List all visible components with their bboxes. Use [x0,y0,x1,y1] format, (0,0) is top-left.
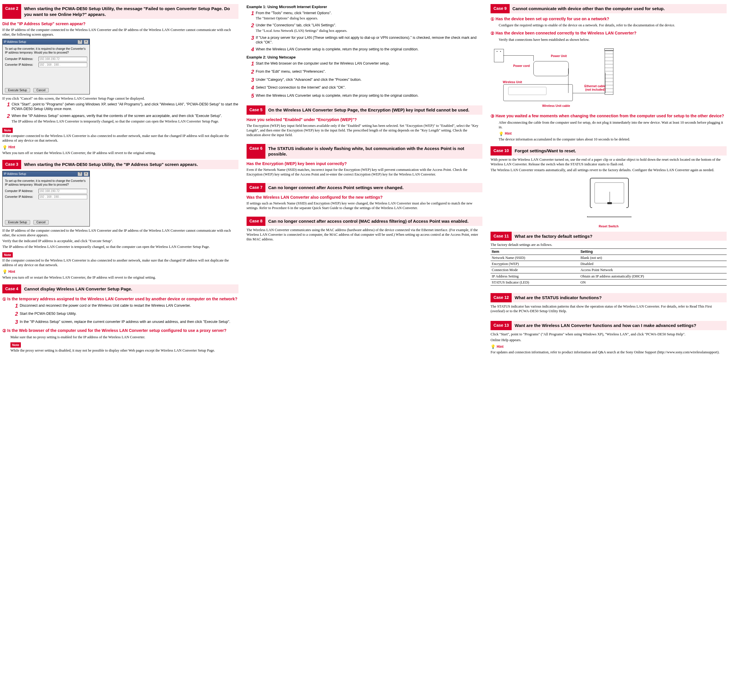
case-6-title: The STATUS indicator is slowly flashing … [266,144,483,159]
wire [503,55,533,56]
case-7-header: Case 7 Can no longer connect after Acces… [247,183,483,192]
case-4-q1-text: Is the temporary address assigned to the… [7,296,238,302]
label-wireless-cable: Wireless Unit cable [542,104,570,108]
case-5-header: Case 5 On the Wireless LAN Converter Set… [247,105,483,115]
case-9-q2: ② Has the device been connected correctl… [490,31,727,36]
hint-label-text: Hint [9,145,15,150]
case-7-q: Was the Wireless LAN Converter also conf… [247,195,483,200]
case-6-p: Even if the Network Name (SSID) matches,… [247,167,483,177]
ex1-s4: When the Wireless LAN Converter setup is… [256,47,419,53]
step-number-icon: 4 [247,85,256,91]
dialog2-row1-value: 192.168.190.72 [38,189,87,193]
note-label: Note [10,342,21,347]
case-13-p1: Click "Start", point to "Programs" ("All… [490,332,727,337]
case-9-tag: Case 9 [490,4,509,13]
power-unit-icon [533,61,569,76]
case-2-hint: When you turn off or restart the Wireles… [2,151,238,155]
case-4-s2: Start the PCWA-DE50 Setup Utility. [20,311,76,317]
table-row: Encryption (WEP) Disabled [490,261,727,267]
case-12-tag: Case 12 [490,293,512,302]
wire [533,55,534,61]
reset-device-diagram [578,174,639,224]
case-3-title: When starting the PCWA-DE50 Setup Utilit… [21,160,238,169]
factory-settings-table: Item Setting Network Name (SSID) Blank (… [490,249,727,286]
case-10-p2: The Wireless LAN Converter restarts auto… [490,168,727,172]
case-12-header: Case 12 What are the STATUS indicator fu… [490,293,727,302]
step-number-icon: 2 [2,114,12,124]
hint-label: 💡 Hint [499,131,727,136]
cell-item: Connection Mode [490,267,579,273]
step-number-icon: 3 [247,35,256,45]
case-2-step-1: Click "Start", point to "Programs" (when… [12,102,238,111]
case-9-title: Cannot communicate with device other tha… [509,4,727,13]
hint-label-text: Hint [497,345,503,349]
ex1-s1a: From the "Tools" menu, click "Internet O… [256,11,332,15]
case-9-q2-text: Has the device been connected correctly … [495,31,727,36]
step-number-icon: 3 [247,77,256,83]
circle-1-icon: ① [490,16,494,22]
case-9-q1-text: Has the device been set up correctly for… [495,16,727,22]
case-9-q1: ① Has the device been set up correctly f… [490,16,727,22]
ex2-s4: Select "Direct connection to the Interne… [256,85,346,91]
case-4-note: While the proxy server setting is disabl… [10,348,238,353]
case-6-header: Case 6 The STATUS indicator is slowly fl… [247,144,483,159]
case-9-q3: ③ Have you waited a few moments when cha… [490,113,727,119]
case-9-p1: Configure the required settings to enabl… [499,23,727,28]
hint-label-text: Hint [9,269,15,274]
label-wireless-unit: Wireless Unit [503,80,522,84]
case-6-tag: Case 6 [247,144,266,159]
case-13-hint: For updates and connection information, … [490,350,727,354]
case-9-header: Case 9 Cannot communicate with device ot… [490,4,727,13]
case-2-step-2b: The IP address of the Wireless LAN Conve… [12,119,222,124]
step-number-icon: 2 [247,69,256,75]
table-row: Network Name (SSID) Blank (not set) [490,255,727,261]
case-2-para-1: If the IP address of the computer connec… [2,28,238,37]
case-4-q2-text: Is the Web browser of the computer used … [7,328,238,334]
dialog-intro: To set up the converter, it is required … [5,47,87,54]
hub-device-icon [605,51,614,95]
case-13-title: Want are the Wireless LAN Converter func… [512,321,727,330]
hint-bulb-icon: 💡 [2,269,7,274]
case-13-p2: Online Help appears. [490,338,727,342]
example-2-header: Example 2: Using Netscape [247,55,483,60]
case-8-title: Can no longer connect after access contr… [266,217,483,226]
table-row: IP Address Setting Obtain an IP address … [490,273,727,279]
case-10-header: Case 10 Forgot settings/Want to reset. [490,146,727,155]
ex1-s2a: Under the "Connections" tab, click "LAN … [256,23,336,27]
wireless-unit-icon [503,84,573,101]
circle-2-icon: ② [490,31,494,36]
cell-setting: Access Point Network [580,267,727,273]
ex1-s2b: The "Local Area Network (LAN) Settings" … [256,28,347,33]
case-4-title: Cannot display Wireless LAN Converter Se… [21,284,238,294]
hint-label-text: Hint [505,132,511,136]
step-number-icon: 1 [247,61,256,67]
case-12-title: What are the STATUS indicator functions? [512,293,727,302]
case-10-p1: With power to the Wireless LAN Converter… [490,157,727,167]
case-9-p3: After disconnecting the cable from the c… [499,120,727,130]
case-9-p2: Verify that connections have been establ… [499,37,727,42]
case-3-tag: Case 3 [2,160,21,169]
dialog-help-icon: ? [78,40,82,44]
case-3-p2: Verify that the indicated IP address is … [2,239,238,243]
case-13-tag: Case 13 [490,321,512,330]
case-4-header: Case 4 Cannot display Wireless LAN Conve… [2,284,238,294]
cell-setting: Blank (not set) [580,255,727,261]
case-11-tag: Case 11 [490,232,512,241]
case-11-header: Case 11 What are the factory default set… [490,232,727,241]
dialog2-row2-value: 192 . 168 . 190 . [38,195,87,199]
case-7-tag: Case 7 [247,183,266,192]
hint-bulb-icon: 💡 [2,145,7,150]
ex1-s1b: The "Internet Options" dialog box appear… [256,16,332,21]
settings-th-setting: Setting [580,249,727,255]
case-2-tag: Case 2 [2,4,21,19]
case-5-q: Have you selected "Enabled" under "Encry… [247,117,483,122]
dialog-cancel-button: Cancel [33,88,49,92]
example-1-header: Example 1: Using Microsoft Internet Expl… [247,4,483,10]
wire [568,68,568,93]
case-2-step-2a: When the "IP Address Setup" screen appea… [12,114,222,118]
step-number-icon: 2 [247,23,256,33]
case-4-s3: In the "IP Address Setup" screen, replac… [20,319,230,325]
dialog-close-icon: × [84,40,88,44]
step-number-icon: 5 [247,93,256,99]
table-row: Connection Mode Access Point Network [490,267,727,273]
